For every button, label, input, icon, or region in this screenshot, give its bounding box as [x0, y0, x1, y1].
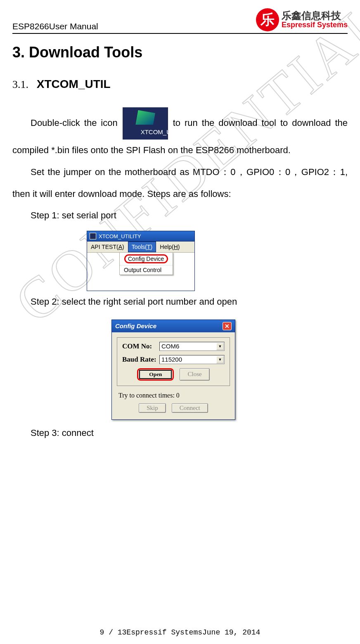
brand-logo: 乐 乐鑫信息科技 Espressif Systems — [256, 8, 348, 31]
logo-english: Espressif Systems — [282, 21, 348, 29]
xtcom-utility-window: XTCOM_UTILITY API TEST(A) Tools(T) Help(… — [87, 231, 195, 291]
menu-tools[interactable]: Tools(T) — [128, 242, 156, 252]
logo-chinese: 乐鑫信息科技 — [282, 10, 348, 21]
menu-help[interactable]: Help(H) — [156, 242, 183, 252]
icon-caption: XTCOM_UTIL — [123, 125, 168, 140]
connect-button[interactable]: Connect — [172, 403, 208, 413]
menu-config-device[interactable]: Config Device — [120, 253, 173, 265]
page-header: ESP8266User Manual 乐 乐鑫信息科技 Espressif Sy… — [12, 8, 348, 34]
xtcom-util-icon: XTCOM_UTIL — [123, 107, 168, 140]
logo-mark: 乐 — [256, 8, 279, 31]
com-no-label: COM No: — [122, 342, 159, 350]
step-1-text: Step 1: set serial port — [12, 205, 348, 227]
step-2-text: Step 2: select the right serial port num… — [12, 291, 348, 313]
com-settings-group: COM No: COM6 Baud Rate: 115200 Open Clos… — [117, 337, 230, 386]
paragraph-1: Double-click the icon XTCOM_UTIL to run … — [12, 107, 348, 161]
highlight-ring: Config Device — [124, 254, 168, 263]
menu-api-test[interactable]: API TEST(A) — [87, 242, 128, 252]
window-titlebar: XTCOM_UTILITY — [87, 231, 194, 241]
highlight-ring: Open — [137, 368, 174, 381]
menu-bar: API TEST(A) Tools(T) Help(H) — [87, 242, 194, 253]
close-button[interactable]: Close — [180, 368, 209, 381]
skip-button[interactable]: Skip — [139, 403, 166, 413]
window-title: XTCOM_UTILITY — [99, 233, 141, 239]
baud-rate-label: Baud Rate: — [122, 355, 159, 364]
menu-output-control[interactable]: Output Control — [120, 265, 173, 275]
section-number: 3.1. — [12, 78, 28, 90]
open-button[interactable]: Open — [139, 370, 172, 379]
doc-title: ESP8266User Manual — [12, 21, 98, 31]
page-footer: 9 / 13Espressif SystemsJune 19, 2014 — [0, 628, 360, 637]
baud-rate-select[interactable]: 115200 — [159, 355, 225, 364]
heading-1: 3. Download Tools — [12, 44, 348, 61]
step-3-text: Step 3: connect — [12, 422, 348, 444]
dialog-titlebar: Config Device ✕ — [112, 320, 235, 332]
section-title: XTCOM_UTIL — [37, 78, 111, 90]
heading-2: 3.1. XTCOM_UTIL — [12, 78, 348, 91]
config-device-dialog: Config Device ✕ COM No: COM6 Baud Rate: … — [111, 320, 235, 420]
com-no-select[interactable]: COM6 — [159, 342, 225, 351]
dialog-title: Config Device — [115, 322, 156, 329]
close-icon[interactable]: ✕ — [223, 322, 232, 330]
app-icon — [90, 233, 96, 239]
paragraph-2: Set the jumper on the motherboard as MTD… — [12, 161, 348, 205]
connect-attempts-text: Try to connect times: 0 — [118, 392, 230, 399]
tools-dropdown: Config Device Output Control — [119, 252, 173, 275]
